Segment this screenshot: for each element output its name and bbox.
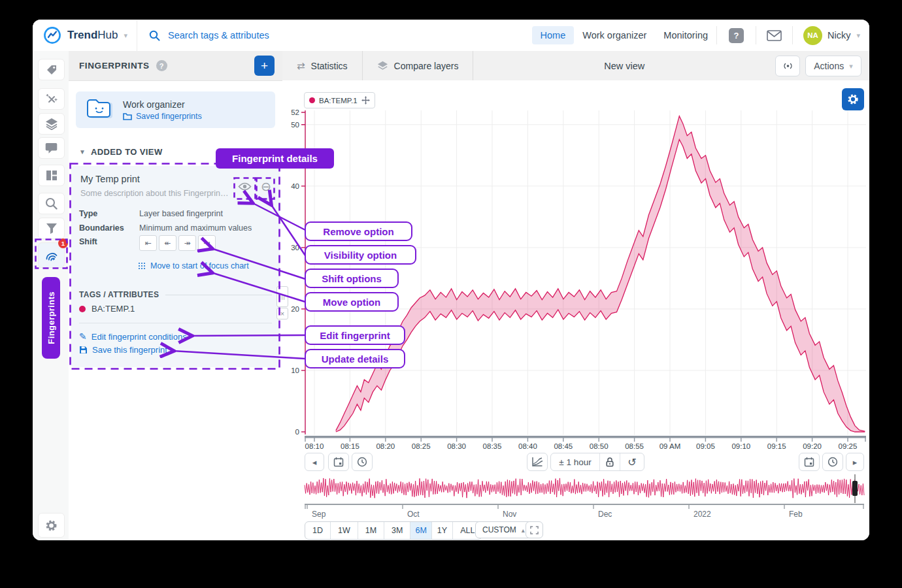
chart-scale-button[interactable] — [527, 453, 548, 471]
annotation-edit-fingerprint: Edit fingerprint — [305, 325, 405, 345]
svg-text:09:20: 09:20 — [803, 442, 822, 450]
actions-button[interactable]: Actions ▾ — [805, 56, 861, 76]
layers-icon[interactable] — [38, 113, 65, 135]
sparkles-icon[interactable] — [38, 88, 65, 110]
series-color-dot — [79, 306, 86, 312]
saved-fingerprints-link[interactable]: Saved fingerprints — [123, 112, 202, 121]
svg-text:09:25: 09:25 — [839, 442, 858, 450]
context-chart[interactable] — [282, 474, 869, 503]
shift-left-icon[interactable]: ↞ — [159, 235, 176, 251]
panel-title: FINGERPRINTS — [79, 61, 150, 71]
svg-text:09:05: 09:05 — [696, 442, 715, 450]
svg-text:52: 52 — [291, 108, 299, 116]
mail-icon[interactable] — [767, 30, 782, 41]
svg-text:0: 0 — [295, 428, 299, 436]
month-axis: SepOctNovDec2022Feb — [282, 503, 869, 520]
fingerprint-name: My Temp print — [80, 174, 140, 184]
shift-far-right-icon[interactable]: ⇥ — [198, 235, 216, 251]
add-fingerprint-button[interactable]: + — [254, 56, 275, 76]
calendar-start-button[interactable] — [328, 453, 349, 471]
nav-item-home[interactable]: Home — [532, 26, 575, 44]
notification-badge: 1 — [58, 238, 68, 248]
context-wave[interactable] — [282, 474, 869, 503]
added-to-view-section[interactable]: ▼ ADDED TO VIEW — [79, 147, 163, 157]
app-logo[interactable]: TrendHub ▾ — [33, 26, 137, 44]
clock-end-button[interactable] — [822, 453, 843, 471]
settings-gear-icon[interactable] — [38, 513, 65, 538]
svg-text:40: 40 — [291, 182, 299, 190]
zoom-1d-button[interactable]: 1D — [305, 522, 331, 539]
tag-row[interactable]: BA:TEMP.1 — [79, 304, 135, 314]
save-fingerprint-link[interactable]: Save this fingerprint — [79, 345, 167, 355]
user-chevron-down-icon[interactable]: ▾ — [856, 31, 860, 40]
step-forward-button[interactable]: ▸ — [846, 453, 864, 471]
context-series — [305, 478, 864, 498]
nav-item-work-organizer[interactable]: Work organizer — [574, 26, 655, 44]
panel-help-icon[interactable]: ? — [156, 60, 167, 71]
shift-right-icon[interactable]: ↠ — [178, 235, 196, 251]
work-organizer-card[interactable]: Work organizer Saved fingerprints — [76, 91, 275, 128]
comment-icon[interactable] — [38, 137, 65, 159]
history-icon[interactable]: ↺ — [620, 453, 644, 470]
step-back-button[interactable]: ◂ — [305, 453, 324, 471]
shift-label: Shift — [79, 237, 97, 246]
chevron-up-icon: ▴ — [522, 527, 525, 534]
broadcast-button[interactable] — [775, 56, 800, 76]
duration-button[interactable]: ± 1 hour — [551, 453, 599, 470]
annotation-move-option: Move option — [305, 292, 399, 312]
logo-chevron-down-icon[interactable]: ▾ — [124, 31, 127, 40]
zoom-1m-button[interactable]: 1M — [358, 522, 384, 539]
chart-canvas[interactable]: 010203040505208:1008:1508:2008:2508:3008… — [282, 80, 869, 451]
trendhub-logo-icon — [43, 26, 61, 44]
search-tool-icon[interactable] — [38, 193, 65, 214]
tags-icon[interactable] — [38, 59, 65, 80]
svg-text:08:10: 08:10 — [305, 442, 324, 450]
type-value: Layer based fingerprint — [139, 209, 223, 218]
shift-far-left-icon[interactable]: ⇤ — [139, 235, 157, 251]
zoom-1y-button[interactable]: 1Y — [432, 522, 453, 539]
nav-item-monitoring[interactable]: Monitoring — [655, 26, 716, 44]
series-chip[interactable]: BA:TEMP.1 — [304, 92, 375, 108]
chart-settings-gear-icon[interactable] — [842, 88, 864, 110]
calendar-end-button[interactable] — [799, 453, 820, 471]
svg-text:10: 10 — [291, 367, 299, 374]
clock-start-button[interactable] — [352, 453, 373, 471]
tab-statistics[interactable]: ⇄ Statistics — [282, 51, 363, 80]
annotation-remove-option: Remove option — [305, 221, 412, 241]
help-icon[interactable]: ? — [729, 28, 744, 43]
dashboard-icon[interactable] — [38, 165, 65, 186]
view-tabbar: ⇄ Statistics Compare layers New view Act… — [282, 51, 869, 81]
zoom-1w-button[interactable]: 1W — [331, 522, 358, 539]
expand-icon[interactable] — [526, 521, 543, 538]
move-cross-icon[interactable] — [361, 96, 370, 105]
filter-icon[interactable] — [38, 218, 65, 239]
grid-dots-icon — [138, 262, 146, 270]
zoom-6m-button[interactable]: 6M — [410, 522, 431, 539]
icon-rail: 1 Fingerprints — [33, 51, 69, 540]
move-to-start-link[interactable]: Move to start of focus chart — [138, 261, 249, 270]
lock-icon[interactable] — [599, 453, 620, 470]
fingerprints-panel-tab[interactable]: Fingerprints — [42, 277, 60, 359]
tab-compare-layers[interactable]: Compare layers — [363, 51, 474, 80]
panel-resize-handle[interactable]: ||| — [276, 286, 288, 307]
search-input[interactable] — [167, 29, 365, 41]
tags-attributes-header: TAGS / ATTRIBUTES — [79, 290, 272, 299]
edit-fingerprint-conditions-link[interactable]: ✎ Edit fingerprint conditions — [79, 331, 187, 342]
fingerprint-band-series[interactable] — [336, 116, 865, 432]
svg-text:08:50: 08:50 — [590, 442, 609, 450]
visibility-eye-icon[interactable] — [235, 178, 254, 195]
remove-minus-icon[interactable]: ⊖ — [258, 178, 274, 195]
svg-text:2022: 2022 — [693, 510, 711, 519]
panel-close-icon[interactable]: × — [276, 308, 288, 319]
svg-text:08:30: 08:30 — [447, 442, 466, 450]
focus-chart[interactable]: 010203040505208:1008:1508:2008:2508:3008… — [282, 80, 869, 451]
svg-text:08:45: 08:45 — [554, 442, 573, 450]
zoom-3m-button[interactable]: 3M — [384, 522, 410, 539]
custom-range-button[interactable]: CUSTOM ▴ — [475, 521, 532, 538]
fingerprint-icon[interactable]: 1 — [38, 242, 65, 268]
user-name[interactable]: Nicky — [827, 30, 850, 41]
actions-chevron-down-icon: ▾ — [849, 62, 853, 71]
svg-text:08:20: 08:20 — [376, 442, 395, 450]
avatar[interactable]: NA — [803, 26, 822, 45]
context-slider-handle[interactable] — [852, 474, 858, 503]
